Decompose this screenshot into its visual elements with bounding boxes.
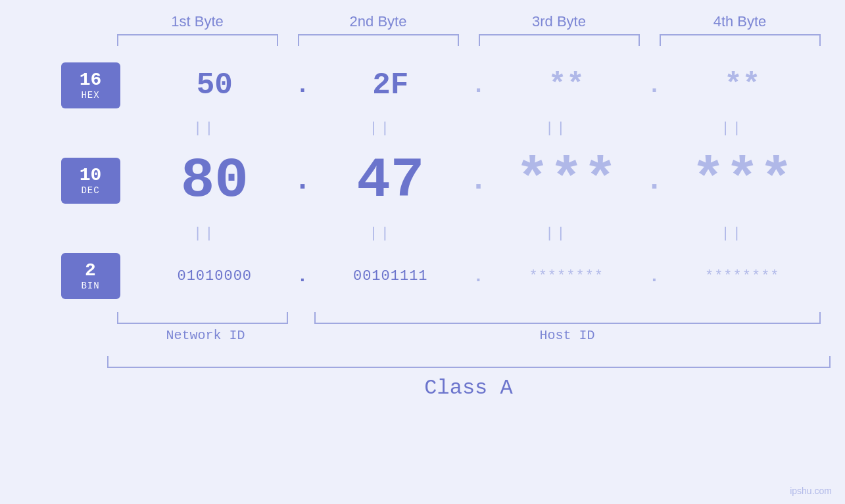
bin-byte1: 01010000	[140, 268, 290, 285]
bin-base-num: 2	[85, 261, 96, 281]
sep1-1: ||	[117, 120, 293, 137]
bin-dot1: .	[289, 266, 316, 286]
bin-bytes-wrapper: 01010000 . 00101111 . ******** . *******…	[140, 266, 817, 286]
hex-byte4: **	[667, 68, 817, 103]
bin-byte4: ********	[667, 268, 817, 285]
bracket-byte4	[660, 34, 821, 46]
hex-byte1: 50	[140, 68, 290, 103]
bin-label-box: 2 BIN	[61, 253, 120, 299]
hex-bytes-wrapper: 50 . 2F . ** . **	[140, 68, 817, 103]
bottom-labels: Network ID Host ID	[107, 328, 831, 343]
top-bracket-row	[107, 34, 831, 46]
sep2-2: ||	[293, 225, 469, 242]
host-id-label: Host ID	[304, 328, 831, 343]
dec-base-num: 10	[80, 166, 102, 186]
network-bracket	[117, 312, 288, 324]
bin-dot2: .	[466, 266, 492, 286]
dec-byte3: ***	[492, 149, 642, 213]
hex-dot3: .	[641, 72, 667, 99]
class-row: Class A	[107, 356, 831, 400]
hex-dot1: .	[289, 72, 316, 99]
dec-byte4: ***	[667, 149, 817, 213]
byte4-label: 4th Byte	[650, 13, 831, 34]
sep2-4: ||	[644, 225, 821, 242]
host-bracket	[314, 312, 821, 324]
hex-row: 16 HEX 50 . 2F . ** . **	[28, 53, 817, 118]
hex-base-num: 16	[80, 70, 102, 91]
network-id-label: Network ID	[107, 328, 304, 343]
bin-base-name: BIN	[81, 281, 99, 291]
watermark: ipshu.com	[790, 486, 832, 496]
dec-row: 10 DEC 80 . 47 . *** . ***	[28, 138, 817, 223]
hex-dot2: .	[466, 72, 492, 99]
class-label: Class A	[107, 376, 831, 400]
dec-bytes-wrapper: 80 . 47 . *** . ***	[140, 149, 817, 213]
separator-row-1: || || || ||	[107, 118, 831, 138]
bracket-byte3	[479, 34, 640, 46]
byte3-label: 3rd Byte	[469, 13, 650, 34]
bottom-bracket-area: Network ID Host ID	[107, 312, 831, 343]
main-container: 1st Byte 2nd Byte 3rd Byte 4th Byte 16 H…	[0, 0, 845, 504]
sep1-3: ||	[469, 120, 645, 137]
dec-byte2: 47	[316, 149, 466, 213]
bin-row: 2 BIN 01010000 . 00101111 . ******** . *…	[28, 243, 817, 309]
bottom-brackets	[107, 312, 831, 324]
hex-label-box: 16 HEX	[61, 62, 120, 108]
bracket-byte2	[298, 34, 459, 46]
dec-base-name: DEC	[81, 185, 99, 196]
hex-byte3: **	[492, 68, 642, 103]
byte-labels-row: 1st Byte 2nd Byte 3rd Byte 4th Byte	[107, 13, 831, 34]
byte1-label: 1st Byte	[107, 13, 288, 34]
dec-label-box: 10 DEC	[61, 158, 120, 204]
hex-base-name: HEX	[81, 90, 99, 101]
sep1-4: ||	[644, 120, 821, 137]
sep2-1: ||	[117, 225, 293, 242]
dec-dot2: .	[466, 164, 492, 198]
dec-dot3: .	[641, 164, 667, 198]
sep1-2: ||	[293, 120, 469, 137]
bracket-byte1	[117, 34, 278, 46]
dec-byte1: 80	[140, 149, 290, 213]
class-bracket	[107, 356, 831, 368]
bin-dot3: .	[641, 266, 667, 286]
dec-dot1: .	[289, 164, 316, 198]
bin-byte3: ********	[492, 268, 642, 285]
bin-byte2: 00101111	[316, 268, 466, 285]
byte2-label: 2nd Byte	[288, 13, 469, 34]
sep2-3: ||	[469, 225, 645, 242]
separator-row-2: || || || ||	[107, 223, 831, 243]
hex-byte2: 2F	[316, 68, 466, 103]
